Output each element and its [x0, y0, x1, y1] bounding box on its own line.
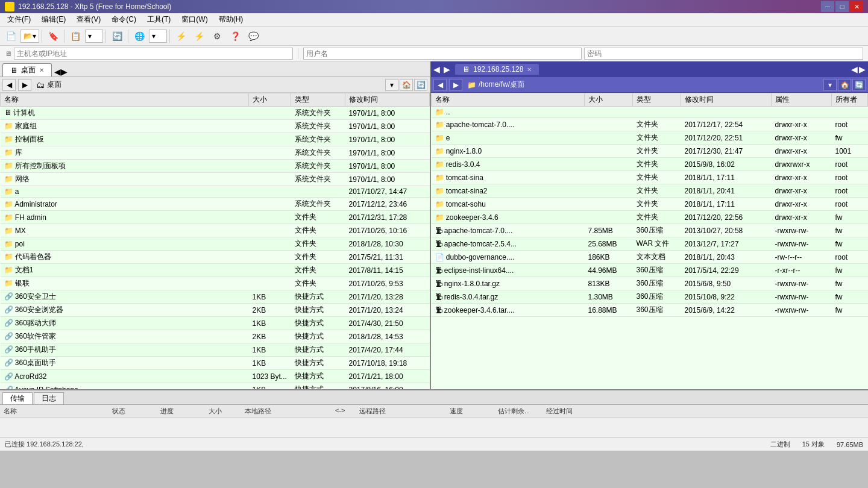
close-button[interactable]: ✕: [850, 1, 863, 12]
toolbar-settings[interactable]: ⚙: [209, 28, 225, 44]
table-row[interactable]: 📁 tomcat-sina2 文件夹 2018/1/1, 20:41 drwxr…: [432, 184, 868, 198]
table-row[interactable]: 📁 FH admin 文件夹 2017/12/31, 17:28: [1, 211, 430, 224]
remote-col-size[interactable]: 大小: [585, 93, 633, 107]
remote-file-size: 813KB: [585, 277, 633, 290]
table-row[interactable]: 🔗 360安全卫士 1KB 快捷方式 2017/1/20, 13:28: [1, 290, 430, 304]
password-input[interactable]: [584, 48, 863, 60]
col-type[interactable]: 类型: [291, 93, 345, 107]
local-nav-next[interactable]: ▶: [61, 67, 68, 77]
table-row[interactable]: 🔗 AcroRd32 1023 Byt... 快捷方式 2017/1/21, 1…: [1, 370, 430, 383]
table-row[interactable]: 🗜 nginx-1.8.0.tar.gz 813KB 360压缩 2015/6/…: [432, 277, 868, 290]
menu-tools[interactable]: 工具(T): [142, 13, 175, 26]
remote-col-owner[interactable]: 所有者: [832, 93, 868, 107]
table-row[interactable]: 📁 网络 系统文件夹 1970/1/1, 8:00: [1, 173, 430, 186]
remote-col-name[interactable]: 名称: [432, 93, 585, 107]
table-row[interactable]: 📄 dubbo-governance.... 186KB 文本文档 2018/1…: [432, 251, 868, 264]
toolbar-comment[interactable]: 💬: [245, 28, 262, 44]
remote-tab-close[interactable]: ✕: [527, 66, 532, 73]
table-row[interactable]: 🔗 360桌面助手 1KB 快捷方式 2017/10/18, 19:18: [1, 357, 430, 370]
local-nav-prev[interactable]: ◀: [54, 67, 61, 77]
table-row[interactable]: 🔗 360驱动大师 1KB 快捷方式 2017/4/30, 21:50: [1, 317, 430, 330]
table-row[interactable]: 🗜 eclipse-inst-linux64.... 44.96MB 360压缩…: [432, 264, 868, 277]
col-date[interactable]: 修改时间: [345, 93, 430, 107]
toolbar-sync[interactable]: 🔄: [108, 28, 125, 44]
table-row[interactable]: 📁 ..: [432, 107, 868, 118]
table-row[interactable]: 📁 代码着色器 文件夹 2017/5/21, 11:31: [1, 251, 430, 264]
remote-home[interactable]: 🏠: [838, 79, 851, 91]
remote-col-date[interactable]: 修改时间: [681, 93, 772, 107]
toolbar-connect1[interactable]: ⚡: [172, 28, 189, 44]
remote-tab-nav-prev[interactable]: ◀: [851, 64, 858, 74]
table-row[interactable]: 📁 文档1 文件夹 2017/8/11, 14:15: [1, 264, 430, 277]
table-row[interactable]: 📁 zookeeper-3.4.6 文件夹 2017/12/20, 22:56 …: [432, 211, 868, 224]
table-row[interactable]: 📁 控制面板 系统文件夹 1970/1/1, 8:00: [1, 133, 430, 146]
table-row[interactable]: 🗜 apache-tomcat-2.5.4... 25.68MB WAR 文件 …: [432, 237, 868, 251]
remote-nav-prev[interactable]: ◀: [433, 64, 440, 74]
local-back[interactable]: ◀: [2, 79, 16, 91]
remote-nav-next[interactable]: ▶: [444, 64, 450, 74]
local-tab-desktop[interactable]: 🖥 桌面 ✕: [2, 63, 52, 77]
table-row[interactable]: 📁 e 文件夹 2017/12/20, 22:51 drwxr-xr-x fw: [432, 131, 868, 145]
menu-command[interactable]: 命令(C): [107, 13, 141, 26]
table-row[interactable]: 📁 redis-3.0.4 文件夹 2015/9/8, 16:02 drwxrw…: [432, 158, 868, 171]
local-nav-dropdown[interactable]: ▾: [385, 79, 398, 91]
toolbar-new[interactable]: 📄: [2, 28, 19, 44]
table-row[interactable]: 🖥 计算机 系统文件夹 1970/1/1, 8:00: [1, 107, 430, 120]
remote-tab-nav-next[interactable]: ▶: [859, 64, 866, 74]
col-name[interactable]: 名称: [1, 93, 249, 107]
table-row[interactable]: 📁 所有控制面板项 系统文件夹 1970/1/1, 8:00: [1, 160, 430, 173]
table-row[interactable]: 🔗 360安全浏览器 2KB 快捷方式 2017/1/20, 13:24: [1, 304, 430, 317]
table-row[interactable]: 🗜 apache-tomcat-7.0.... 7.85MB 360压缩 201…: [432, 224, 868, 237]
maximize-button[interactable]: □: [835, 1, 849, 12]
local-tab-close[interactable]: ✕: [39, 67, 44, 74]
transfer-tab-transfer[interactable]: 传输: [2, 392, 33, 404]
table-row[interactable]: 📁 银联 文件夹 2017/10/26, 9:53: [1, 277, 430, 290]
username-input[interactable]: [303, 48, 582, 60]
host-input[interactable]: [14, 48, 293, 60]
table-row[interactable]: 📁 apache-tomcat-7.0.... 文件夹 2017/12/17, …: [432, 118, 868, 131]
table-row[interactable]: 📁 Administrator 系统文件夹 2017/12/12, 23:46: [1, 198, 430, 211]
remote-dropdown[interactable]: ▾: [823, 79, 837, 91]
table-row[interactable]: 🔗 360手机助手 1KB 快捷方式 2017/4/20, 17:44: [1, 343, 430, 357]
file-type: [291, 186, 345, 198]
toolbar-globe-dropdown[interactable]: ▾: [149, 30, 167, 43]
transfer-tab-log[interactable]: 日志: [34, 392, 64, 404]
table-row[interactable]: 📁 库 系统文件夹 1970/1/1, 8:00: [1, 146, 430, 160]
minimize-button[interactable]: ─: [821, 1, 834, 12]
table-row[interactable]: 🔗 360软件管家 2KB 快捷方式 2018/1/28, 14:53: [1, 330, 430, 343]
toolbar-help[interactable]: ❓: [227, 28, 244, 44]
toolbar-connect2[interactable]: ⚡: [190, 28, 207, 44]
remote-tab-server[interactable]: 🖥 192.168.25.128 ✕: [455, 64, 539, 75]
menu-edit[interactable]: 编辑(E): [37, 13, 71, 26]
table-row[interactable]: 📁 MX 文件夹 2017/10/26, 10:16: [1, 224, 430, 237]
table-row[interactable]: 📁 nginx-1.8.0 文件夹 2017/12/30, 21:47 drwx…: [432, 145, 868, 158]
toolbar-copy[interactable]: 📋: [67, 28, 84, 44]
file-type: 文件夹: [291, 277, 345, 290]
remote-col-attr[interactable]: 属性: [772, 93, 832, 107]
remote-file-owner: root: [832, 198, 868, 211]
table-row[interactable]: 🗜 zookeeper-3.4.6.tar.... 16.88MB 360压缩 …: [432, 304, 868, 317]
local-home[interactable]: 🏠: [400, 79, 413, 91]
table-row[interactable]: 🗜 redis-3.0.4.tar.gz 1.30MB 360压缩 2015/1…: [432, 290, 868, 304]
table-row[interactable]: 📁 poi 文件夹 2018/1/28, 10:30: [1, 237, 430, 251]
menu-view[interactable]: 查看(V): [72, 13, 105, 26]
remote-forward[interactable]: ▶: [449, 79, 462, 91]
table-row[interactable]: 📁 tomcat-sohu 文件夹 2018/1/1, 17:11 drwxr-…: [432, 198, 868, 211]
local-refresh[interactable]: 🔄: [414, 79, 427, 91]
table-row[interactable]: 🔗 Avaya IP Softphone 1KB 快捷方式 2017/8/16,…: [1, 383, 430, 390]
toolbar-globe[interactable]: 🌐: [131, 28, 148, 44]
remote-back[interactable]: ◀: [433, 79, 447, 91]
table-row[interactable]: 📁 tomcat-sina 文件夹 2018/1/1, 17:11 drwxr-…: [432, 171, 868, 184]
table-row[interactable]: 📁 家庭组 系统文件夹 1970/1/1, 8:00: [1, 120, 430, 133]
remote-refresh[interactable]: 🔄: [852, 79, 866, 91]
toolbar-open-dropdown[interactable]: 📂▾: [20, 30, 39, 43]
toolbar-copy-dropdown[interactable]: ▾: [85, 30, 103, 43]
local-forward[interactable]: ▶: [18, 79, 31, 91]
toolbar-bookmark[interactable]: 🔖: [45, 28, 61, 44]
menu-help[interactable]: 帮助(H): [214, 13, 248, 26]
remote-col-type[interactable]: 类型: [633, 93, 681, 107]
table-row[interactable]: 📁 a 2017/10/27, 14:47: [1, 186, 430, 198]
col-size[interactable]: 大小: [249, 93, 291, 107]
menu-file[interactable]: 文件(F): [2, 13, 36, 26]
menu-window[interactable]: 窗口(W): [177, 13, 212, 26]
